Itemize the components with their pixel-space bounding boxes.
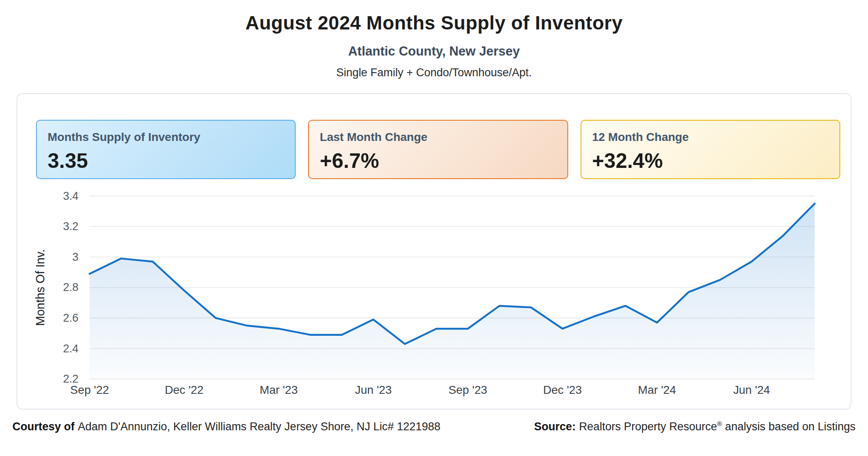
x-tick-label: Dec '23 — [543, 383, 582, 396]
y-axis-title: Months Of Inv. — [34, 249, 47, 326]
stat-card-months-supply: Months Supply of Inventory 3.35 — [36, 120, 296, 179]
property-type-subtitle: Single Family + Condo/Townhouse/Apt. — [0, 66, 868, 79]
courtesy-text: Courtesy ofAdam D'Annunzio, Keller Willi… — [12, 420, 441, 433]
report-footer: Courtesy ofAdam D'Annunzio, Keller Willi… — [12, 420, 856, 433]
registered-mark: ® — [717, 420, 722, 427]
y-tick-label: 2.6 — [63, 312, 78, 324]
source-value-post: analysis based on Listings — [722, 420, 856, 433]
stat-cards-row: Months Supply of Inventory 3.35 Last Mon… — [36, 120, 840, 179]
x-tick-label: Mar '24 — [638, 383, 676, 396]
chart-panel: 3.43.232.82.62.42.2Sep '22Dec '22Mar '23… — [17, 93, 851, 410]
y-tick-label: 3.2 — [63, 220, 78, 233]
x-tick-label: Sep '22 — [70, 383, 109, 396]
stat-card-12-month-change: 12 Month Change +32.4% — [581, 120, 840, 179]
courtesy-label: Courtesy of — [12, 420, 75, 433]
page: { "header": { "title": "August 2024 Mont… — [0, 0, 868, 456]
x-tick-label: Jun '23 — [355, 383, 392, 396]
y-tick-label: 2.4 — [63, 342, 78, 355]
area-fill — [89, 204, 815, 379]
source-value-pre: Realtors Property Resource — [579, 420, 717, 433]
page-subtitle: Atlantic County, New Jersey — [0, 44, 868, 59]
source-text: Source:Realtors Property Resource® analy… — [534, 420, 856, 433]
stat-card-label: 12 Month Change — [592, 131, 839, 144]
report-header: August 2024 Months Supply of Inventory A… — [0, 0, 868, 79]
x-tick-label: Sep '23 — [448, 383, 487, 396]
courtesy-value: Adam D'Annunzio, Keller Williams Realty … — [78, 420, 441, 433]
stat-card-label: Months Supply of Inventory — [48, 131, 295, 144]
y-tick-label: 3 — [72, 251, 79, 263]
x-tick-label: Mar '23 — [260, 383, 298, 396]
stat-card-value: +32.4% — [592, 149, 839, 173]
y-tick-label: 2.8 — [63, 281, 78, 293]
y-tick-label: 3.4 — [63, 190, 78, 202]
stat-card-value: 3.35 — [48, 149, 295, 173]
stat-card-last-month-change: Last Month Change +6.7% — [308, 120, 568, 179]
x-tick-label: Jun '24 — [733, 383, 770, 396]
stat-card-label: Last Month Change — [320, 131, 567, 144]
x-tick-label: Dec '22 — [165, 383, 204, 396]
page-title: August 2024 Months Supply of Inventory — [0, 12, 868, 34]
stat-card-value: +6.7% — [320, 149, 567, 173]
source-label: Source: — [534, 420, 576, 433]
